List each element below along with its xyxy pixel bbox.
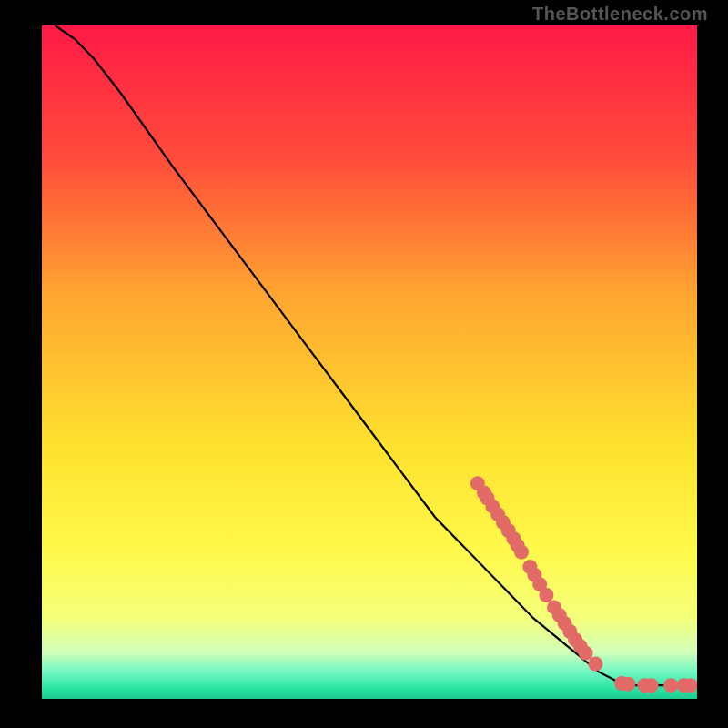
svg-point-22 [588,657,602,672]
svg-point-21 [579,646,593,661]
chart-svg [42,25,697,699]
credit-label: TheBottleneck.com [532,4,708,25]
svg-point-10 [514,545,529,560]
svg-point-27 [663,678,678,693]
svg-point-26 [644,678,659,693]
svg-point-14 [539,588,553,602]
svg-rect-0 [42,25,697,699]
svg-point-24 [621,677,635,692]
plot-area [42,25,697,699]
chart-frame: TheBottleneck.com [0,0,728,728]
